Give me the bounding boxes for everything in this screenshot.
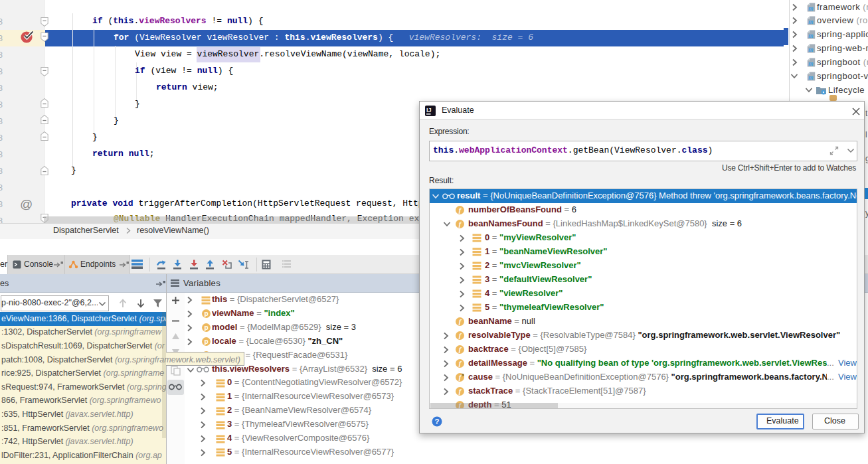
svg-text:m: m <box>808 5 814 12</box>
svg-text:?: ? <box>435 418 440 425</box>
svg-text:p: p <box>204 310 208 317</box>
svg-text:m: m <box>808 74 814 81</box>
svg-text:p: p <box>204 324 208 331</box>
svg-text:m: m <box>808 33 814 40</box>
svg-text:m: m <box>808 19 814 26</box>
svg-text:p: p <box>204 338 208 345</box>
svg-text:m: m <box>808 46 814 53</box>
svg-text:IJ: IJ <box>426 107 432 114</box>
svg-text:m: m <box>808 60 814 67</box>
